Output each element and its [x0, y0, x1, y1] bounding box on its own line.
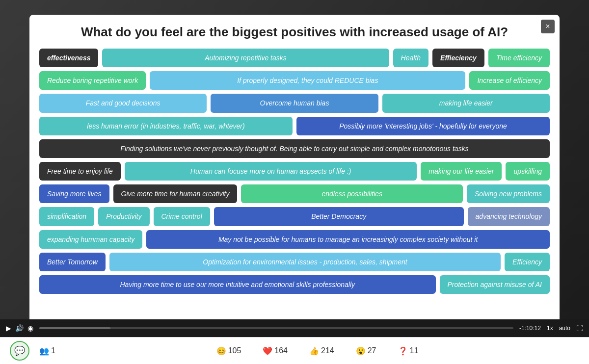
tag-effieciency: Effieciency	[432, 49, 484, 67]
tag-finding-solutions: Finding solutions we've never previously…	[39, 139, 550, 158]
tag-interesting-jobs: Possibly more 'interesting jobs' - hopef…	[296, 117, 550, 135]
tag-endless: endless possibilities	[241, 184, 463, 203]
tag-solving-problems: Solving new problems	[467, 184, 550, 203]
tag-row-2: Reduce boring repetitive work If properl…	[39, 71, 550, 90]
tag-productivity: Productivity	[98, 207, 149, 226]
tag-row-10: Better Tomorrow Optimization for environ…	[39, 253, 550, 271]
tag-automizing: Automizing repetitive tasks	[102, 49, 389, 67]
tag-time-efficiency: Time efficiency	[488, 49, 550, 67]
tag-row-1: effectiveness Automizing repetitive task…	[39, 49, 550, 67]
smile-stat: 😊 105	[216, 346, 241, 356]
tag-health: Health	[393, 49, 428, 67]
tag-advancing-tech: advancing technology	[468, 207, 550, 226]
video-quality: auto	[559, 325, 570, 332]
reaction-stats: 😊 105 ❤️ 164 👍 214 😮 27 ❓ 11	[216, 346, 430, 356]
heart-stat: ❤️ 164	[263, 346, 288, 356]
thumbs-icon: 👍	[309, 346, 319, 356]
modal-body: effectiveness Automizing repetitive task…	[29, 45, 560, 335]
video-controls: ▶ 🔊 ◉	[6, 324, 33, 332]
people-count: 1	[51, 346, 55, 355]
tag-reduce-boring: Reduce boring repetitive work	[39, 71, 146, 90]
people-icon: 👥	[39, 346, 49, 356]
confused-count: 27	[368, 346, 376, 355]
tag-better-tomorrow: Better Tomorrow	[39, 253, 106, 271]
tag-increase-efficiency: Increase of efficiency	[469, 71, 550, 90]
close-button[interactable]: ×	[541, 20, 555, 33]
video-bar: ▶ 🔊 ◉ -1:10:12 1x auto ⛶	[0, 319, 589, 337]
tag-saving-lives: Saving more lives	[39, 184, 109, 203]
fullscreen-button[interactable]: ⛶	[576, 324, 583, 332]
modal-title: What do you feel are the biggest positiv…	[49, 25, 540, 40]
tag-complex-society: May not be possible for humans to manage…	[146, 230, 550, 249]
smile-count: 105	[228, 346, 241, 355]
modal: What do you feel are the biggest positiv…	[29, 15, 560, 335]
tag-row-3: Fast and good decisions Overcome human b…	[39, 94, 550, 112]
tag-simplification: simplification	[39, 207, 94, 226]
thumbs-count: 214	[321, 346, 334, 355]
tag-expanding-capacity: expanding humman capacity	[39, 230, 142, 249]
tag-better-democracy: Better Democracy	[214, 207, 464, 226]
tag-upskilling: upskilling	[506, 162, 550, 181]
tag-row-4: less human error (in industries, traffic…	[39, 117, 550, 135]
tag-human-creativity: Give more time for human creativity	[113, 184, 238, 203]
tag-crime-control: Crime control	[154, 207, 210, 226]
tag-row-6: Free time to enjoy life Human can focuse…	[39, 162, 550, 181]
play-button[interactable]: ▶	[6, 324, 11, 332]
confused-stat: 😮 27	[356, 346, 376, 356]
heart-count: 164	[274, 346, 288, 355]
progress-bar[interactable]	[39, 327, 513, 329]
question-stat: ❓ 11	[398, 346, 419, 356]
question-count: 11	[410, 346, 419, 355]
modal-header: What do you feel are the biggest positiv…	[29, 15, 560, 45]
bottom-bar: 💬 👥 1 😊 105 ❤️ 164 👍 214 😮 27 ❓ 11	[0, 337, 589, 364]
tag-row-7: Saving more lives Give more time for hum…	[39, 184, 550, 203]
captions-button[interactable]: ◉	[27, 324, 33, 332]
tag-less-error: less human error (in industries, traffic…	[39, 117, 293, 135]
thumbs-stat: 👍 214	[309, 346, 334, 356]
tag-efficiency: Efficiency	[505, 253, 550, 271]
tag-row-9: expanding humman capacity May not be pos…	[39, 230, 550, 249]
chat-icon[interactable]: 💬	[10, 341, 29, 361]
smile-icon: 😊	[216, 346, 226, 356]
video-speed: 1x	[547, 325, 553, 332]
question-icon: ❓	[398, 346, 408, 356]
tag-human-focus: Human can focuse more on human aspsects …	[125, 162, 417, 181]
tag-protection-misuse: Protection against misuse of AI	[440, 275, 550, 294]
tag-row-11: Having more time to use our more intuiti…	[39, 275, 550, 294]
tag-reduce-bias: If properly designed, they could REDUCE …	[150, 71, 465, 90]
tag-free-time: Free time to enjoy life	[39, 162, 121, 181]
tag-life-easier-2: making our life easier	[421, 162, 502, 181]
tag-overcome-bias: Overcome human bias	[211, 94, 378, 112]
people-stat: 👥 1	[39, 346, 55, 356]
volume-button[interactable]: 🔊	[15, 324, 24, 332]
heart-icon: ❤️	[263, 346, 272, 356]
tag-effectiveness: effectiveness	[39, 49, 98, 67]
tag-fast-decisions: Fast and good decisions	[39, 94, 207, 112]
tag-life-easier: making life easier	[382, 94, 550, 112]
progress-fill	[39, 327, 110, 329]
tag-row-8: simplification Productivity Crime contro…	[39, 207, 550, 226]
confused-icon: 😮	[356, 346, 366, 356]
tag-row-5: Finding solutions we've never previously…	[39, 139, 550, 158]
tag-optimization: Optimization for environmental issues - …	[109, 253, 501, 271]
video-time: -1:10:12	[519, 325, 541, 332]
tag-intuitive-skills: Having more time to use our more intuiti…	[39, 275, 436, 294]
